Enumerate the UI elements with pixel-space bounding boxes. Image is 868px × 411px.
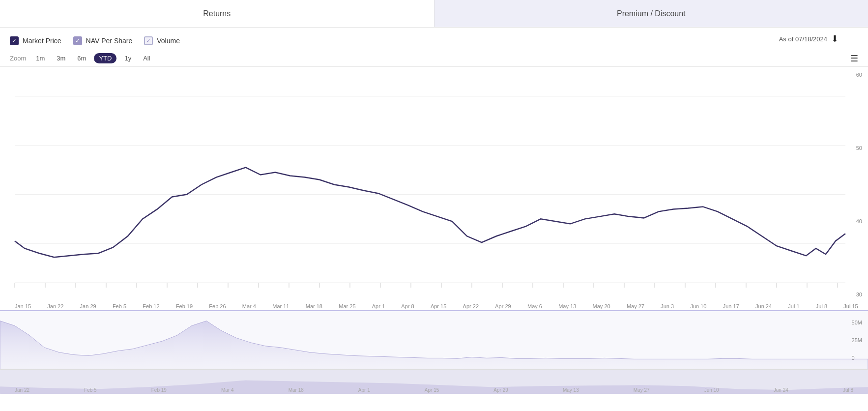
mini-apr15: Apr 15 xyxy=(425,387,439,393)
market-price-label: Market Price xyxy=(23,37,61,45)
volume-label: Volume xyxy=(157,37,180,45)
x-label-jul1: Jul 1 xyxy=(788,303,799,309)
tab-bar: Returns Premium / Discount xyxy=(0,0,868,28)
vol-label-0: 0 xyxy=(852,355,862,361)
x-label-jan15: Jan 15 xyxy=(15,303,31,309)
zoom-row: Zoom 1m 3m 6m YTD 1y All ☰ xyxy=(0,50,868,66)
legend-market-price[interactable]: ✓ Market Price xyxy=(10,36,61,45)
x-axis-labels: Jan 15 Jan 22 Jan 29 Feb 5 Feb 12 Feb 19… xyxy=(0,302,868,310)
nav-per-share-label: NAV Per Share xyxy=(86,37,133,45)
mini-jan22: Jan 22 xyxy=(15,387,29,393)
legend-volume[interactable]: ✓ Volume xyxy=(144,36,180,45)
x-label-apr15: Apr 15 xyxy=(431,303,446,309)
mini-jun24: Jun 24 xyxy=(774,387,788,393)
x-label-jan29: Jan 29 xyxy=(80,303,96,309)
vol-label-50m: 50M xyxy=(852,320,862,325)
mini-feb19: Feb 19 xyxy=(151,387,167,393)
mini-may27: May 27 xyxy=(634,387,650,393)
zoom-6m[interactable]: 6m xyxy=(73,53,90,63)
zoom-all[interactable]: All xyxy=(139,53,154,63)
x-label-feb5: Feb 5 xyxy=(113,303,126,309)
zoom-ytd[interactable]: YTD xyxy=(94,53,116,63)
mini-mar4: Mar 4 xyxy=(221,387,234,393)
tab-premium-discount[interactable]: Premium / Discount xyxy=(434,0,868,27)
x-label-may6: May 6 xyxy=(527,303,542,309)
svg-marker-33 xyxy=(0,321,868,369)
zoom-3m[interactable]: 3m xyxy=(53,53,69,63)
price-chart-svg xyxy=(0,67,868,302)
tab-returns[interactable]: Returns xyxy=(0,0,434,27)
x-label-jan22: Jan 22 xyxy=(47,303,63,309)
x-label-mar11: Mar 11 xyxy=(272,303,289,309)
volume-chart-svg xyxy=(0,311,868,369)
nav-per-share-checkbox[interactable]: ✓ xyxy=(73,36,82,45)
x-label-feb12: Feb 12 xyxy=(143,303,159,309)
mini-mar18: Mar 18 xyxy=(289,387,304,393)
x-label-feb19: Feb 19 xyxy=(176,303,193,309)
volume-checkbox[interactable]: ✓ xyxy=(144,36,153,45)
volume-y-labels: 50M 25M 0 xyxy=(852,311,862,369)
as-of-text: As of 07/18/2024 xyxy=(779,35,827,43)
legend-row: ✓ Market Price ✓ NAV Per Share ✓ Volume … xyxy=(0,28,868,50)
mini-jun10: Jun 10 xyxy=(704,387,719,393)
zoom-1m[interactable]: 1m xyxy=(32,53,49,63)
mini-may13: May 13 xyxy=(563,387,579,393)
download-icon[interactable]: ⬇ xyxy=(831,33,839,44)
checkmark-icon-2: ✓ xyxy=(75,38,80,44)
x-label-apr22: Apr 22 xyxy=(463,303,479,309)
x-label-jun17: Jun 17 xyxy=(723,303,739,309)
mini-feb5: Feb 5 xyxy=(84,387,97,393)
main-chart-area: 60 50 40 30 xyxy=(0,66,868,302)
mini-apr1: Apr 1 xyxy=(358,387,370,393)
x-label-may20: May 20 xyxy=(593,303,610,309)
as-of-date: As of 07/18/2024 ⬇ xyxy=(779,33,839,44)
vol-label-25m: 25M xyxy=(852,337,862,343)
mini-jul8: Jul 8 xyxy=(843,387,853,393)
zoom-label: Zoom xyxy=(10,55,26,62)
x-label-mar25: Mar 25 xyxy=(339,303,355,309)
x-label-jul8: Jul 8 xyxy=(816,303,827,309)
volume-chart-area: 50M 25M 0 xyxy=(0,310,868,369)
mini-apr29: Apr 29 xyxy=(493,387,508,393)
x-label-jun3: Jun 3 xyxy=(661,303,674,309)
checkmark-icon-3: ✓ xyxy=(146,38,151,44)
x-label-jun24: Jun 24 xyxy=(755,303,772,309)
legend-nav-per-share[interactable]: ✓ NAV Per Share xyxy=(73,36,133,45)
x-label-feb26: Feb 26 xyxy=(209,303,226,309)
checkmark-icon: ✓ xyxy=(12,38,17,44)
x-label-jul15: Jul 15 xyxy=(843,303,858,309)
x-label-apr29: Apr 29 xyxy=(495,303,511,309)
minimap[interactable]: Jan 22 Feb 5 Feb 19 Mar 4 Mar 18 Apr 1 A… xyxy=(0,369,868,394)
x-label-apr8: Apr 8 xyxy=(401,303,414,309)
hamburger-icon[interactable]: ☰ xyxy=(850,53,858,64)
x-label-mar4: Mar 4 xyxy=(242,303,256,309)
x-label-may13: May 13 xyxy=(558,303,576,309)
x-label-apr1: Apr 1 xyxy=(372,303,385,309)
market-price-checkbox[interactable]: ✓ xyxy=(10,36,19,45)
minimap-labels: Jan 22 Feb 5 Feb 19 Mar 4 Mar 18 Apr 1 A… xyxy=(15,387,853,393)
zoom-1y[interactable]: 1y xyxy=(120,53,135,63)
x-label-mar18: Mar 18 xyxy=(306,303,322,309)
x-label-may27: May 27 xyxy=(627,303,644,309)
x-label-jun10: Jun 10 xyxy=(690,303,706,309)
